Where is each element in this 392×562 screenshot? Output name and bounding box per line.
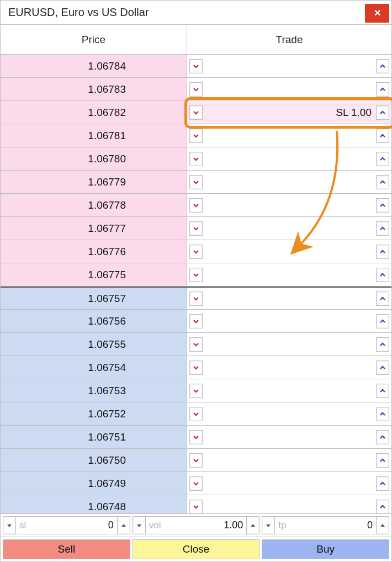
trade-cell[interactable] (187, 495, 391, 513)
buy-at-price-button[interactable] (376, 314, 389, 328)
trade-cell[interactable] (187, 379, 391, 402)
sell-at-price-button[interactable] (189, 59, 203, 73)
price-cell[interactable]: 1.06784 (1, 55, 187, 77)
buy-at-price-button[interactable] (376, 407, 389, 421)
sl-decrease-button[interactable] (3, 516, 16, 534)
trade-cell[interactable] (187, 472, 391, 495)
buy-at-price-button[interactable] (376, 500, 389, 514)
price-cell[interactable]: 1.06779 (1, 171, 187, 193)
buy-button[interactable]: Buy (262, 539, 389, 559)
trade-cell[interactable] (187, 124, 391, 147)
trade-cell[interactable] (187, 288, 391, 309)
trade-cell[interactable] (187, 217, 391, 240)
buy-at-price-button[interactable] (376, 221, 389, 236)
close-position-button[interactable]: Close (133, 539, 260, 559)
vol-decrease-button[interactable] (133, 516, 146, 534)
price-cell[interactable]: 1.06776 (1, 240, 187, 263)
trade-cell[interactable] (187, 147, 391, 170)
trade-cell[interactable] (187, 78, 391, 100)
price-cell[interactable]: 1.06757 (1, 288, 187, 309)
trade-cell[interactable] (187, 402, 391, 425)
trade-cell[interactable] (187, 171, 391, 193)
buy-at-price-button[interactable] (376, 59, 389, 73)
trade-cell[interactable] (187, 240, 391, 263)
vol-increase-button[interactable] (246, 516, 259, 534)
buy-at-price-button[interactable] (376, 268, 389, 282)
sell-at-price-button[interactable] (189, 221, 203, 236)
trade-cell[interactable] (187, 426, 391, 448)
titlebar: EURUSD, Euro vs US Dollar ✕ (1, 1, 391, 25)
sell-at-price-button[interactable] (189, 245, 203, 259)
trade-cell[interactable] (187, 194, 391, 216)
vol-field[interactable]: vol 1.00 (146, 516, 247, 534)
chevron-down-icon (193, 503, 199, 510)
close-button[interactable]: ✕ (365, 4, 389, 23)
price-cell[interactable]: 1.06749 (1, 472, 187, 495)
tp-label: tp (278, 520, 286, 531)
trade-cell[interactable] (187, 356, 391, 379)
tp-decrease-button[interactable] (262, 516, 275, 534)
price-cell[interactable]: 1.06750 (1, 449, 187, 471)
buy-at-price-button[interactable] (376, 476, 389, 491)
buy-at-price-button[interactable] (376, 360, 389, 375)
buy-at-price-button[interactable] (376, 105, 389, 120)
tp-increase-button[interactable] (376, 516, 389, 534)
sell-at-price-button[interactable] (189, 82, 203, 97)
price-row: 1.06753 (1, 379, 391, 402)
sell-at-price-button[interactable] (189, 476, 203, 491)
price-cell[interactable]: 1.06783 (1, 78, 187, 100)
price-cell[interactable]: 1.06751 (1, 426, 187, 448)
price-cell[interactable]: 1.06748 (1, 495, 187, 513)
buy-at-price-button[interactable] (376, 384, 389, 398)
buy-at-price-button[interactable] (376, 152, 389, 166)
trade-cell[interactable]: SL 1.00 (187, 101, 391, 124)
trade-cell[interactable] (187, 449, 391, 471)
chevron-up-icon (379, 434, 386, 441)
buy-at-price-button[interactable] (376, 245, 389, 259)
buy-at-price-button[interactable] (376, 175, 389, 189)
price-cell[interactable]: 1.06781 (1, 124, 187, 147)
buy-at-price-button[interactable] (376, 82, 389, 97)
buy-at-price-button[interactable] (376, 337, 389, 352)
sell-at-price-button[interactable] (189, 430, 203, 444)
price-cell[interactable]: 1.06777 (1, 217, 187, 240)
sell-at-price-button[interactable] (189, 453, 203, 468)
price-cell[interactable]: 1.06756 (1, 310, 187, 332)
price-cell[interactable]: 1.06754 (1, 356, 187, 379)
price-row: 1.06749 (1, 472, 391, 495)
sell-at-price-button[interactable] (189, 268, 203, 282)
sell-at-price-button[interactable] (189, 314, 203, 328)
price-cell[interactable]: 1.06778 (1, 194, 187, 216)
sl-increase-button[interactable] (117, 516, 130, 534)
tp-field[interactable]: tp 0 (275, 516, 376, 534)
sell-at-price-button[interactable] (189, 198, 203, 213)
sell-at-price-button[interactable] (189, 337, 203, 352)
trade-cell[interactable] (187, 333, 391, 356)
trade-cell[interactable] (187, 55, 391, 77)
price-cell[interactable]: 1.06755 (1, 333, 187, 356)
price-cell[interactable]: 1.06780 (1, 147, 187, 170)
buy-at-price-button[interactable] (376, 453, 389, 468)
buy-at-price-button[interactable] (376, 198, 389, 213)
buy-at-price-button[interactable] (376, 430, 389, 444)
price-cell[interactable]: 1.06782 (1, 101, 187, 124)
sell-at-price-button[interactable] (189, 175, 203, 189)
sell-at-price-button[interactable] (189, 152, 203, 166)
sell-button[interactable]: Sell (3, 539, 130, 559)
sell-at-price-button[interactable] (189, 105, 203, 120)
sell-at-price-button[interactable] (189, 291, 203, 306)
trade-cell[interactable] (187, 263, 391, 286)
trade-cell[interactable] (187, 310, 391, 332)
sell-at-price-button[interactable] (189, 500, 203, 514)
price-row: 1.06779 (1, 171, 391, 194)
price-cell[interactable]: 1.06753 (1, 379, 187, 402)
price-cell[interactable]: 1.06752 (1, 402, 187, 425)
buy-at-price-button[interactable] (376, 129, 389, 143)
sell-at-price-button[interactable] (189, 129, 203, 143)
price-cell[interactable]: 1.06775 (1, 263, 187, 286)
sl-field[interactable]: sl 0 (16, 516, 117, 534)
sell-at-price-button[interactable] (189, 360, 203, 375)
sell-at-price-button[interactable] (189, 384, 203, 398)
buy-at-price-button[interactable] (376, 291, 389, 306)
sell-at-price-button[interactable] (189, 407, 203, 421)
